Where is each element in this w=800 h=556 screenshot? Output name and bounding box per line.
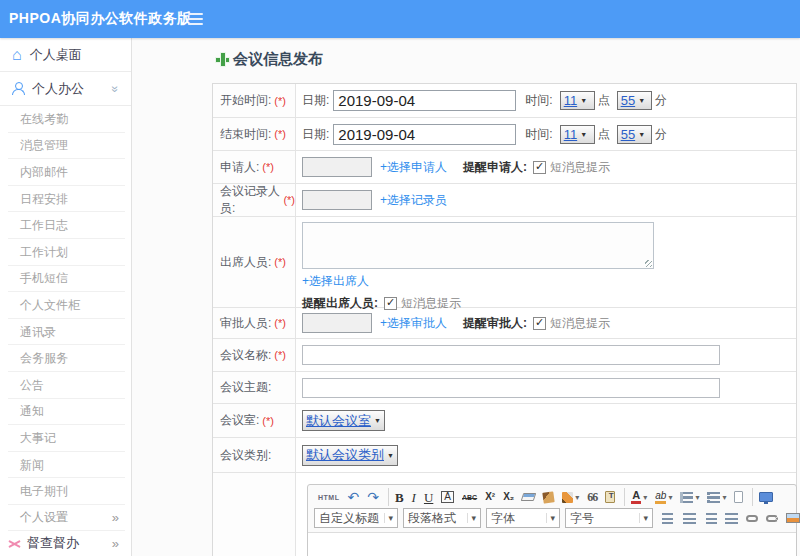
ordered-list-button[interactable] <box>677 488 702 506</box>
highlight-button[interactable]: ab <box>652 488 675 506</box>
eraser-button[interactable] <box>519 488 538 506</box>
required-mark: (*) <box>262 415 274 427</box>
attendees-textarea[interactable] <box>302 222 654 269</box>
underline-button[interactable]: U <box>421 488 436 506</box>
align-left-button[interactable] <box>659 509 678 527</box>
sidebar-item-settings[interactable]: 个人设置 <box>0 505 131 531</box>
meeting-category-label: 会议类别: <box>220 447 271 464</box>
align-right-button[interactable] <box>701 509 720 527</box>
sidebar-item-personal-office[interactable]: 个人办公 <box>0 72 131 106</box>
approver-sms-checkbox[interactable] <box>533 317 546 330</box>
sidebar-subitem-label: 会务服务 <box>20 350 68 367</box>
unlink-button[interactable] <box>763 509 781 527</box>
superscript-button[interactable]: X² <box>482 488 498 506</box>
heading-select[interactable]: 自定义标题 <box>314 508 398 528</box>
end-minute-select[interactable]: 55 <box>617 125 652 144</box>
image-button[interactable] <box>783 509 800 527</box>
recorder-label: 会议记录人员: <box>220 183 280 217</box>
menu-icon[interactable] <box>188 13 203 25</box>
italic-button[interactable]: I <box>409 488 419 506</box>
end-date-input[interactable] <box>333 124 516 145</box>
link-button[interactable] <box>743 509 761 527</box>
undo-button[interactable]: ↶ <box>344 488 362 506</box>
format-painter-button[interactable] <box>559 488 582 506</box>
sidebar-subitem[interactable]: 在线考勤 <box>0 106 131 133</box>
sidebar-subitem[interactable]: 手机短信 <box>0 266 131 293</box>
sidebar-subitem[interactable]: 工作计划 <box>0 239 131 266</box>
sidebar-subitem[interactable]: 电子期刊 <box>0 478 131 505</box>
sms-hint-label: 短消息提示 <box>550 315 610 332</box>
chevron-right-icon <box>112 510 119 525</box>
form-row-meeting-room: 会议室: (*) 默认会议室 <box>213 404 796 438</box>
font-border-button[interactable]: A <box>438 488 457 506</box>
paragraph-format-select[interactable]: 段落格式 <box>403 508 481 528</box>
choose-applicant-link[interactable]: +选择申请人 <box>380 159 447 176</box>
sidebar-subitem-label: 在线考勤 <box>20 111 68 128</box>
required-mark: (*) <box>274 349 286 361</box>
app-title: PHPOA协同办公软件政务版 <box>0 10 192 28</box>
sidebar-subitem[interactable]: 通知 <box>0 399 131 426</box>
sidebar-item-label: 个人设置 <box>20 509 68 526</box>
blockquote-button[interactable]: 66 <box>584 488 600 506</box>
new-page-button[interactable] <box>731 488 746 506</box>
sidebar-item-desktop[interactable]: 个人桌面 <box>0 38 131 72</box>
shuffle-icon <box>8 538 21 549</box>
applicant-sms-checkbox[interactable] <box>533 161 546 174</box>
bold-button[interactable]: B <box>388 488 407 506</box>
sidebar-item-supervise[interactable]: 督查督办 <box>0 531 131 556</box>
sidebar-subitem-label: 日程安排 <box>20 191 68 208</box>
required-mark: (*) <box>262 161 274 173</box>
sidebar-subitem[interactable]: 新闻 <box>0 452 131 479</box>
applicant-input[interactable] <box>302 157 372 177</box>
unordered-list-button[interactable] <box>704 488 729 506</box>
subscript-button[interactable]: X₂ <box>500 488 517 506</box>
recorder-input[interactable] <box>302 190 372 210</box>
choose-approver-link[interactable]: +选择审批人 <box>380 315 447 332</box>
sidebar-subitem[interactable]: 会务服务 <box>0 345 131 372</box>
paste-button[interactable] <box>602 488 618 506</box>
form-row-meeting-category: 会议类别: 默认会议类别 <box>213 438 796 473</box>
required-mark: (*) <box>274 317 286 329</box>
clear-format-button[interactable] <box>540 488 557 506</box>
sidebar-subitem-label: 通讯录 <box>20 324 56 341</box>
form-row-meeting-subject: 会议主题: <box>213 372 796 404</box>
strikethrough-button[interactable]: ABC <box>459 488 480 506</box>
sidebar-subitem[interactable]: 工作日志 <box>0 212 131 239</box>
start-hour-select[interactable]: 11 <box>560 91 595 110</box>
editor-content-area[interactable] <box>308 532 796 556</box>
sidebar-subitem[interactable]: 大事记 <box>0 425 131 452</box>
font-size-select[interactable]: 字号 <box>565 508 653 528</box>
align-center-button[interactable] <box>680 509 699 527</box>
html-source-button[interactable]: HTML <box>315 488 342 506</box>
justify-button[interactable] <box>722 509 741 527</box>
choose-recorder-link[interactable]: +选择记录员 <box>380 192 447 209</box>
remind-applicant-label: 提醒申请人: <box>463 159 527 176</box>
meeting-category-select[interactable]: 默认会议类别 <box>302 445 398 466</box>
editor-toolbar-row2: 自定义标题 段落格式 字体 字号 <box>308 508 796 532</box>
fullscreen-button[interactable] <box>752 488 776 506</box>
remind-approver-label: 提醒审批人: <box>463 315 527 332</box>
font-color-button[interactable]: A <box>624 488 650 506</box>
sidebar-subitem[interactable]: 通讯录 <box>0 319 131 346</box>
sidebar-subitem[interactable]: 公告 <box>0 372 131 399</box>
sidebar-subitem[interactable]: 消息管理 <box>0 133 131 160</box>
plus-icon <box>216 53 229 66</box>
font-family-select[interactable]: 字体 <box>486 508 560 528</box>
meeting-subject-input[interactable] <box>302 378 720 398</box>
app-header: PHPOA协同办公软件政务版 <box>0 0 800 38</box>
meeting-room-select[interactable]: 默认会议室 <box>302 410 385 431</box>
form-row-content-editor: HTML ↶ ↷ B I U A <box>213 473 796 556</box>
sidebar-subitem[interactable]: 日程安排 <box>0 186 131 213</box>
sidebar-subitem[interactable]: 内部邮件 <box>0 159 131 186</box>
redo-button[interactable]: ↷ <box>364 488 382 506</box>
rich-text-editor: HTML ↶ ↷ B I U A <box>307 484 797 556</box>
end-hour-select[interactable]: 11 <box>560 125 595 144</box>
meeting-name-input[interactable] <box>302 345 720 365</box>
approver-input[interactable] <box>302 313 372 333</box>
start-minute-select[interactable]: 55 <box>617 91 652 110</box>
choose-attendees-link[interactable]: +选择出席人 <box>302 273 369 290</box>
attendees-sms-checkbox[interactable] <box>384 297 397 310</box>
sidebar-subitem[interactable]: 个人文件柜 <box>0 292 131 319</box>
start-date-input[interactable] <box>333 90 516 111</box>
sidebar-subitem-label: 内部邮件 <box>20 164 68 181</box>
